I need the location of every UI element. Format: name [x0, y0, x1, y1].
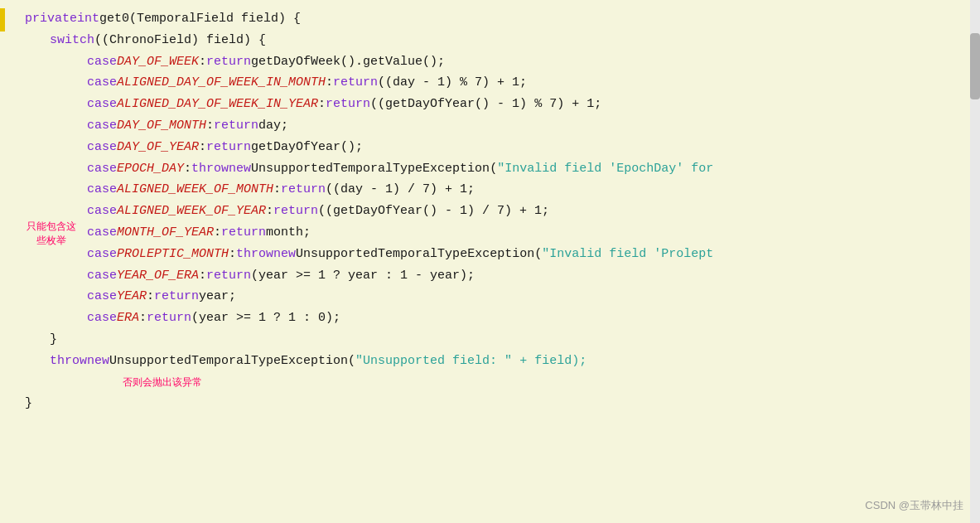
code-line: case ERA: return (year >= 1 ? 1 : 0);	[0, 308, 980, 329]
code-line: case DAY_OF_YEAR: return getDayOfYear();	[0, 137, 980, 158]
code-line: }	[0, 393, 980, 414]
code-line: throw new UnsupportedTemporalTypeExcepti…	[0, 351, 980, 394]
code-line: case EPOCH_DAY: throw new UnsupportedTem…	[0, 158, 980, 180]
code-line: case DAY_OF_MONTH: return day;	[0, 115, 980, 137]
code-line: switch ((ChronoField) field) {	[0, 30, 980, 51]
code-line: case DAY_OF_WEEK: return getDayOfWeek().…	[0, 51, 980, 73]
annotation-bottom: 否则会抛出该异常	[123, 376, 202, 388]
scrollbar-thumb[interactable]	[970, 33, 980, 99]
code-lines: private int get0(TemporalField field) {s…	[0, 8, 980, 414]
code-line: case ALIGNED_DAY_OF_WEEK_IN_YEAR: return…	[0, 94, 980, 115]
code-line: case PROLEPTIC_MONTH: throw new Unsuppor…	[0, 244, 980, 265]
code-line: case MONTH_OF_YEAR: return month;	[0, 222, 980, 244]
code-line: case ALIGNED_WEEK_OF_MONTH: return ((day…	[0, 179, 980, 201]
code-line: private int get0(TemporalField field) {	[0, 8, 980, 30]
code-line: }	[0, 329, 980, 351]
watermark: CSDN @玉带林中挂	[865, 498, 963, 513]
code-line: case ALIGNED_DAY_OF_WEEK_IN_MONTH: retur…	[0, 72, 980, 94]
code-line: case ALIGNED_WEEK_OF_YEAR: return ((getD…	[0, 201, 980, 222]
scrollbar[interactable]	[970, 0, 980, 523]
code-line: case YEAR: return year;	[0, 286, 980, 308]
code-viewer: 只能包含这 些枚举 private int get0(TemporalField…	[0, 0, 980, 523]
code-line: case YEAR_OF_ERA: return (year >= 1 ? ye…	[0, 265, 980, 287]
